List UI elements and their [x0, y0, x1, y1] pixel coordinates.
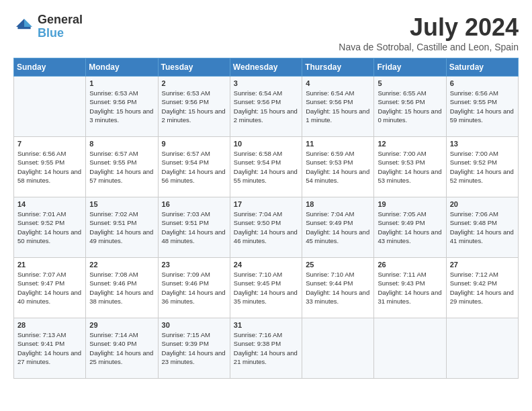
day-number: 17	[234, 200, 298, 208]
subtitle: Nava de Sotrobal, Castille and Leon, Spa…	[339, 42, 519, 52]
calendar: SundayMondayTuesdayWednesdayThursdayFrid…	[13, 58, 519, 379]
week-row: 28Sunrise: 7:13 AMSunset: 9:41 PMDayligh…	[14, 318, 519, 379]
day-number: 9	[162, 140, 226, 148]
logo-icon	[13, 16, 35, 38]
day-cell: 17Sunrise: 7:04 AMSunset: 9:50 PMDayligh…	[230, 197, 302, 258]
day-cell: 27Sunrise: 7:12 AMSunset: 9:42 PMDayligh…	[446, 258, 518, 318]
weekday-header: Wednesday	[230, 58, 302, 77]
day-cell: 8Sunrise: 6:57 AMSunset: 9:55 PMDaylight…	[86, 137, 158, 197]
logo: General Blue	[13, 13, 83, 40]
day-cell: 16Sunrise: 7:03 AMSunset: 9:51 PMDayligh…	[158, 197, 230, 258]
day-cell	[374, 318, 446, 379]
day-number: 1	[89, 79, 154, 87]
day-info: Sunrise: 7:00 AMSunset: 9:53 PMDaylight:…	[378, 149, 442, 185]
day-cell: 21Sunrise: 7:07 AMSunset: 9:47 PMDayligh…	[14, 258, 86, 318]
day-cell: 24Sunrise: 7:10 AMSunset: 9:45 PMDayligh…	[230, 258, 302, 318]
day-info: Sunrise: 7:09 AMSunset: 9:46 PMDaylight:…	[162, 270, 226, 306]
day-number: 18	[306, 200, 370, 208]
day-number: 25	[306, 261, 370, 269]
day-cell: 30Sunrise: 7:15 AMSunset: 9:39 PMDayligh…	[158, 318, 230, 379]
day-info: Sunrise: 7:10 AMSunset: 9:44 PMDaylight:…	[306, 270, 370, 306]
main-title: July 2024	[339, 13, 519, 42]
day-info: Sunrise: 7:12 AMSunset: 9:42 PMDaylight:…	[450, 270, 515, 306]
day-info: Sunrise: 6:57 AMSunset: 9:55 PMDaylight:…	[89, 149, 154, 185]
day-cell: 7Sunrise: 6:56 AMSunset: 9:55 PMDaylight…	[14, 137, 86, 197]
day-info: Sunrise: 7:05 AMSunset: 9:49 PMDaylight:…	[378, 210, 442, 245]
day-info: Sunrise: 7:04 AMSunset: 9:50 PMDaylight:…	[234, 210, 298, 245]
day-number: 29	[89, 321, 154, 329]
svg-marker-1	[16, 19, 24, 27]
weekday-header: Friday	[374, 58, 446, 77]
day-cell: 26Sunrise: 7:11 AMSunset: 9:43 PMDayligh…	[374, 258, 446, 318]
day-cell: 2Sunrise: 6:53 AMSunset: 9:56 PMDaylight…	[158, 77, 230, 137]
week-row: 21Sunrise: 7:07 AMSunset: 9:47 PMDayligh…	[14, 258, 519, 318]
svg-marker-0	[24, 19, 32, 27]
day-cell: 20Sunrise: 7:06 AMSunset: 9:48 PMDayligh…	[446, 197, 518, 258]
day-info: Sunrise: 6:53 AMSunset: 9:56 PMDaylight:…	[162, 89, 226, 124]
day-number: 16	[162, 200, 226, 208]
day-cell	[14, 77, 86, 137]
day-cell: 18Sunrise: 7:04 AMSunset: 9:49 PMDayligh…	[302, 197, 374, 258]
week-row: 7Sunrise: 6:56 AMSunset: 9:55 PMDaylight…	[14, 137, 519, 197]
day-info: Sunrise: 6:53 AMSunset: 9:56 PMDaylight:…	[89, 89, 154, 124]
day-number: 4	[306, 79, 370, 87]
day-info: Sunrise: 7:03 AMSunset: 9:51 PMDaylight:…	[162, 210, 226, 245]
day-number: 8	[89, 140, 154, 148]
day-info: Sunrise: 6:57 AMSunset: 9:54 PMDaylight:…	[162, 149, 226, 185]
day-number: 23	[162, 261, 226, 269]
day-number: 3	[234, 79, 298, 87]
day-info: Sunrise: 6:58 AMSunset: 9:54 PMDaylight:…	[234, 149, 298, 185]
weekday-header: Sunday	[14, 58, 86, 77]
day-number: 21	[17, 261, 82, 269]
day-cell: 13Sunrise: 7:00 AMSunset: 9:52 PMDayligh…	[446, 137, 518, 197]
day-cell: 9Sunrise: 6:57 AMSunset: 9:54 PMDaylight…	[158, 137, 230, 197]
title-area: July 2024 Nava de Sotrobal, Castille and…	[339, 13, 519, 52]
day-number: 15	[89, 200, 154, 208]
day-number: 2	[162, 79, 226, 87]
day-cell: 10Sunrise: 6:58 AMSunset: 9:54 PMDayligh…	[230, 137, 302, 197]
day-info: Sunrise: 7:15 AMSunset: 9:39 PMDaylight:…	[162, 330, 226, 366]
day-cell: 23Sunrise: 7:09 AMSunset: 9:46 PMDayligh…	[158, 258, 230, 318]
day-info: Sunrise: 7:06 AMSunset: 9:48 PMDaylight:…	[450, 210, 515, 245]
day-info: Sunrise: 6:56 AMSunset: 9:55 PMDaylight:…	[450, 89, 515, 124]
weekday-header: Tuesday	[158, 58, 230, 77]
day-info: Sunrise: 7:02 AMSunset: 9:51 PMDaylight:…	[89, 210, 154, 245]
day-number: 12	[378, 140, 442, 148]
day-number: 22	[89, 261, 154, 269]
header: General Blue July 2024 Nava de Sotrobal,…	[13, 13, 519, 52]
day-info: Sunrise: 7:00 AMSunset: 9:52 PMDaylight:…	[450, 149, 515, 185]
day-info: Sunrise: 7:01 AMSunset: 9:52 PMDaylight:…	[17, 210, 82, 245]
day-number: 13	[450, 140, 515, 148]
weekday-header: Thursday	[302, 58, 374, 77]
day-number: 7	[17, 140, 82, 148]
day-info: Sunrise: 7:14 AMSunset: 9:40 PMDaylight:…	[89, 330, 154, 366]
weekday-header: Saturday	[446, 58, 518, 77]
day-info: Sunrise: 6:56 AMSunset: 9:55 PMDaylight:…	[17, 149, 82, 185]
weekday-header-row: SundayMondayTuesdayWednesdayThursdayFrid…	[14, 58, 519, 77]
day-info: Sunrise: 7:11 AMSunset: 9:43 PMDaylight:…	[378, 270, 442, 306]
day-info: Sunrise: 7:13 AMSunset: 9:41 PMDaylight:…	[17, 330, 82, 366]
day-cell: 15Sunrise: 7:02 AMSunset: 9:51 PMDayligh…	[86, 197, 158, 258]
day-info: Sunrise: 7:10 AMSunset: 9:45 PMDaylight:…	[234, 270, 298, 306]
day-number: 30	[162, 321, 226, 329]
day-number: 26	[378, 261, 442, 269]
day-info: Sunrise: 7:16 AMSunset: 9:38 PMDaylight:…	[234, 330, 298, 366]
day-number: 31	[234, 321, 298, 329]
day-cell: 6Sunrise: 6:56 AMSunset: 9:55 PMDaylight…	[446, 77, 518, 137]
day-number: 10	[234, 140, 298, 148]
day-cell: 28Sunrise: 7:13 AMSunset: 9:41 PMDayligh…	[14, 318, 86, 379]
day-number: 24	[234, 261, 298, 269]
day-cell: 14Sunrise: 7:01 AMSunset: 9:52 PMDayligh…	[14, 197, 86, 258]
day-cell: 19Sunrise: 7:05 AMSunset: 9:49 PMDayligh…	[374, 197, 446, 258]
day-cell	[446, 318, 518, 379]
day-number: 14	[17, 200, 82, 208]
day-cell: 29Sunrise: 7:14 AMSunset: 9:40 PMDayligh…	[86, 318, 158, 379]
day-number: 6	[450, 79, 515, 87]
week-row: 1Sunrise: 6:53 AMSunset: 9:56 PMDaylight…	[14, 77, 519, 137]
day-cell: 5Sunrise: 6:55 AMSunset: 9:56 PMDaylight…	[374, 77, 446, 137]
day-info: Sunrise: 6:54 AMSunset: 9:56 PMDaylight:…	[306, 89, 370, 124]
day-cell: 22Sunrise: 7:08 AMSunset: 9:46 PMDayligh…	[86, 258, 158, 318]
day-cell: 12Sunrise: 7:00 AMSunset: 9:53 PMDayligh…	[374, 137, 446, 197]
day-cell: 4Sunrise: 6:54 AMSunset: 9:56 PMDaylight…	[302, 77, 374, 137]
day-info: Sunrise: 6:54 AMSunset: 9:56 PMDaylight:…	[234, 89, 298, 124]
